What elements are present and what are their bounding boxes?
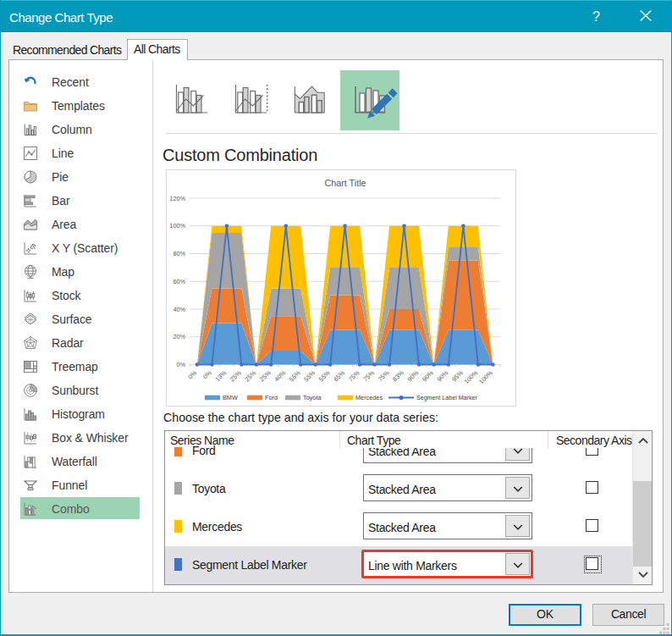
svg-text:60%: 60%: [173, 278, 185, 285]
svg-text:90%: 90%: [435, 368, 449, 383]
svg-text:Segment Label Marker: Segment Label Marker: [416, 395, 477, 401]
svg-text:40%: 40%: [173, 306, 185, 313]
svg-text:55%: 55%: [288, 368, 302, 383]
svg-text:100%: 100%: [477, 368, 494, 385]
svg-text:25%: 25%: [229, 368, 243, 383]
svg-text:75%: 75%: [377, 368, 391, 383]
svg-text:55%: 55%: [317, 368, 332, 383]
svg-text:75%: 75%: [347, 368, 361, 383]
svg-text:BMW: BMW: [223, 394, 238, 401]
svg-text:100%: 100%: [463, 368, 480, 385]
svg-text:65%: 65%: [332, 368, 346, 383]
svg-text:83%: 83%: [391, 368, 405, 383]
svg-text:13%: 13%: [213, 368, 228, 383]
svg-text:0%: 0%: [201, 368, 213, 380]
svg-text:Mercedes: Mercedes: [355, 394, 383, 401]
svg-text:100%: 100%: [169, 222, 185, 230]
svg-text:80%: 80%: [173, 250, 185, 257]
svg-text:0%: 0%: [177, 361, 186, 368]
svg-text:Ford: Ford: [265, 394, 278, 401]
svg-text:90%: 90%: [406, 368, 421, 383]
svg-text:25%: 25%: [243, 368, 257, 383]
svg-text:25%: 25%: [258, 368, 273, 383]
svg-text:40%: 40%: [273, 368, 287, 383]
svg-text:120%: 120%: [169, 195, 185, 202]
svg-text:55%: 55%: [302, 368, 317, 383]
svg-text:20%: 20%: [173, 333, 185, 340]
svg-text:Toyota: Toyota: [303, 394, 322, 401]
svg-text:Chart Title: Chart Title: [324, 178, 366, 188]
svg-text:0%: 0%: [186, 368, 198, 380]
svg-text:75%: 75%: [361, 368, 376, 383]
svg-text:90%: 90%: [421, 368, 435, 383]
